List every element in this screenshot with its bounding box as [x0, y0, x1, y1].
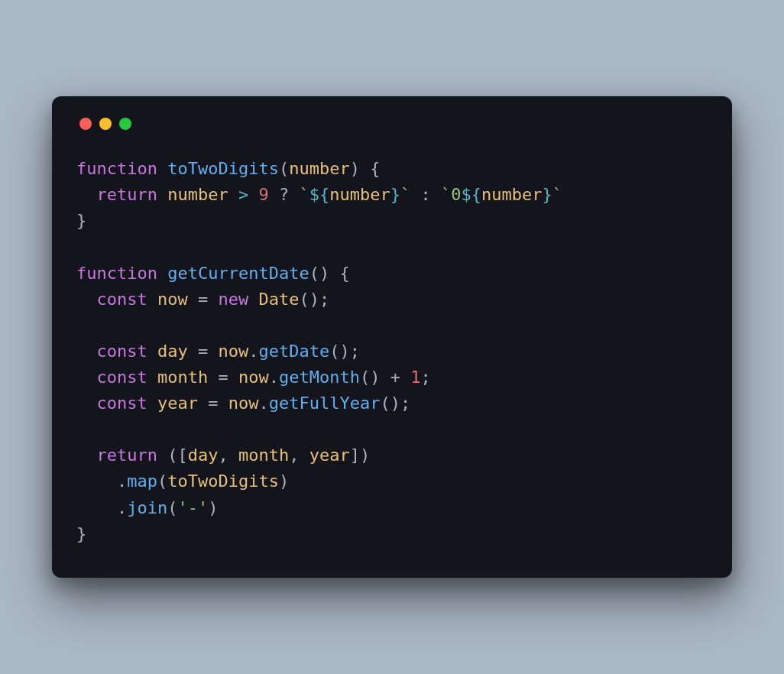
code-line: } [76, 524, 86, 543]
code-token: getCurrentDate [167, 264, 309, 283]
code-token: new [218, 290, 258, 309]
code-line: function getCurrentDate() { [76, 264, 350, 283]
code-token [76, 394, 97, 413]
code-token: number [167, 185, 228, 204]
code-token: } [390, 185, 400, 204]
code-token: return [97, 185, 168, 204]
code-token: const [97, 368, 157, 387]
code-token: = [208, 368, 238, 387]
code-token: . [248, 342, 258, 361]
code-token: ` [441, 185, 451, 204]
code-line: const month = now.getMonth() + 1; [76, 368, 431, 387]
code-token: ) [208, 498, 218, 517]
code-token: number [289, 159, 349, 178]
code-token: ) { [350, 159, 381, 178]
code-line: .join('-') [76, 498, 218, 517]
code-token: : [410, 185, 441, 204]
code-token: } [76, 524, 86, 543]
code-token: map [127, 471, 157, 491]
code-token: () { [309, 264, 350, 283]
code-line [76, 420, 86, 439]
code-token: ( [167, 498, 177, 517]
code-line: } [76, 211, 86, 230]
code-token: month [238, 446, 289, 465]
code-token: = [188, 342, 219, 361]
close-icon[interactable] [79, 118, 92, 130]
code-token [76, 446, 97, 465]
code-token: } [76, 211, 86, 230]
code-token: toTwoDigits [167, 471, 279, 491]
code-line: const day = now.getDate(); [76, 342, 360, 361]
code-token: day [157, 342, 188, 361]
code-token: = [188, 290, 219, 309]
code-token: getMonth [279, 368, 360, 387]
code-line [76, 238, 86, 257]
code-token: ${ [309, 185, 330, 204]
code-token: ( [279, 159, 289, 178]
code-token: 1 [410, 368, 420, 387]
code-token: return [97, 446, 168, 465]
code-token: getFullYear [269, 394, 381, 413]
code-token: () + [360, 368, 410, 387]
code-token: number [329, 185, 390, 204]
code-token: const [97, 342, 157, 361]
code-token [76, 368, 97, 387]
code-line: function toTwoDigits(number) { [76, 159, 380, 178]
code-token: ) [279, 471, 289, 491]
code-token [76, 342, 97, 361]
code-token: ${ [461, 185, 481, 204]
code-line: return ([day, month, year]) [76, 446, 370, 465]
code-token: const [97, 290, 157, 309]
code-token: now [228, 394, 259, 413]
code-token: now [157, 290, 188, 309]
code-token: year [157, 394, 198, 413]
code-token [76, 290, 97, 309]
code-token: 0 [451, 185, 461, 204]
maximize-icon[interactable] [119, 118, 131, 130]
code-token: join [127, 498, 167, 517]
code-token: . [76, 471, 127, 491]
code-token: number [481, 185, 542, 204]
code-window: function toTwoDigits(number) { return nu… [52, 96, 732, 577]
code-token: ([ [167, 446, 188, 465]
code-line: .map(toTwoDigits) [76, 471, 289, 491]
code-token: now [218, 342, 248, 361]
code-token: (); [329, 342, 360, 361]
code-token: ]) [350, 446, 371, 465]
code-token: Date [258, 290, 299, 309]
code-token: ` [299, 185, 309, 204]
minimize-icon[interactable] [99, 118, 112, 130]
code-token: now [238, 368, 269, 387]
code-token: '-' [177, 498, 208, 517]
code-token: function [76, 159, 167, 178]
code-token: } [542, 185, 552, 204]
code-block[interactable]: function toTwoDigits(number) { return nu… [76, 156, 708, 546]
code-token: toTwoDigits [167, 159, 279, 178]
code-token: (); [380, 394, 410, 413]
code-token: . [76, 498, 127, 517]
code-token: ? [269, 185, 300, 204]
code-token: (); [299, 290, 329, 309]
code-token: function [76, 264, 167, 283]
code-token: > [228, 185, 259, 204]
code-token: ( [157, 471, 167, 491]
code-token: , [218, 446, 238, 465]
code-line [76, 316, 86, 335]
code-token: ` [400, 185, 410, 204]
code-token: . [258, 394, 268, 413]
code-token: getDate [258, 342, 329, 361]
code-token: ` [552, 185, 562, 204]
code-line: const now = new Date(); [76, 290, 329, 309]
code-line: const year = now.getFullYear(); [76, 394, 410, 413]
code-token: , [289, 446, 309, 465]
code-token: const [97, 394, 157, 413]
code-line: return number > 9 ? `${number}` : `0${nu… [76, 185, 562, 204]
code-token: day [188, 446, 219, 465]
code-token: year [309, 446, 350, 465]
code-token: 9 [258, 185, 268, 204]
code-token [76, 185, 97, 204]
traffic-lights [79, 118, 708, 130]
code-token: . [269, 368, 279, 387]
code-token: = [198, 394, 228, 413]
code-token: month [157, 368, 208, 387]
